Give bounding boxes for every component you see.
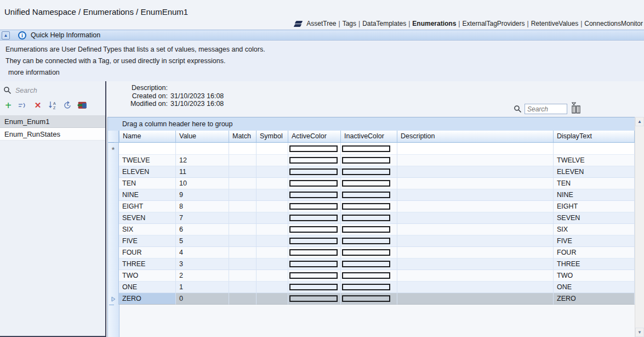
cell-displaytext[interactable]: ONE xyxy=(554,282,635,293)
active-color-swatch[interactable] xyxy=(289,145,338,152)
inactive-color-swatch[interactable] xyxy=(342,203,390,210)
cell-symbol[interactable] xyxy=(257,201,288,212)
cell-value[interactable]: 10 xyxy=(176,178,229,189)
grid-row[interactable]: ZERO 0 ZERO xyxy=(108,293,635,305)
cell-activecolor[interactable] xyxy=(288,178,341,189)
cell-value[interactable]: 5 xyxy=(176,235,229,247)
active-color-swatch[interactable] xyxy=(289,203,338,210)
inactive-color-swatch[interactable] xyxy=(342,284,390,290)
column-header-name[interactable]: Name xyxy=(119,131,176,142)
grid-row[interactable]: TWO 2 TWO xyxy=(108,270,635,282)
cell-symbol[interactable] xyxy=(257,143,288,155)
scroll-down-button[interactable]: ▼ xyxy=(635,328,644,337)
row-header[interactable] xyxy=(108,247,119,259)
row-header[interactable] xyxy=(108,166,119,178)
nav-assettree[interactable]: AssetTree xyxy=(306,20,336,27)
cell-activecolor[interactable] xyxy=(288,235,341,247)
cell-match[interactable] xyxy=(229,259,257,270)
cell-description[interactable] xyxy=(397,224,554,235)
cell-name[interactable] xyxy=(119,143,176,155)
cell-inactivecolor[interactable] xyxy=(341,293,397,305)
cell-inactivecolor[interactable] xyxy=(341,143,397,155)
active-color-swatch[interactable] xyxy=(289,295,338,302)
cell-inactivecolor[interactable] xyxy=(341,155,397,166)
column-header-symbol[interactable]: Symbol xyxy=(257,131,288,142)
cell-match[interactable] xyxy=(229,166,257,178)
cell-activecolor[interactable] xyxy=(288,201,341,212)
active-color-swatch[interactable] xyxy=(289,192,338,198)
row-header[interactable] xyxy=(108,224,119,235)
cell-match[interactable] xyxy=(229,201,257,212)
grid-row[interactable]: FIVE 5 FIVE xyxy=(108,235,635,247)
cell-symbol[interactable] xyxy=(257,189,288,201)
inactive-color-swatch[interactable] xyxy=(342,295,390,302)
cell-activecolor[interactable] xyxy=(288,247,341,259)
column-header-match[interactable]: Match xyxy=(229,131,257,142)
grid-row[interactable]: TWELVE 12 TWELVE xyxy=(108,155,635,166)
row-header[interactable] xyxy=(108,201,119,212)
cell-description[interactable] xyxy=(397,212,554,224)
inactive-color-swatch[interactable] xyxy=(342,249,390,256)
cell-symbol[interactable] xyxy=(257,259,288,270)
row-header[interactable] xyxy=(108,270,119,282)
nav-externaltagproviders[interactable]: ExternalTagProviders xyxy=(462,20,525,27)
cell-activecolor[interactable] xyxy=(288,155,341,166)
inactive-color-swatch[interactable] xyxy=(342,192,390,198)
cell-match[interactable] xyxy=(229,293,257,305)
cell-displaytext[interactable]: SIX xyxy=(554,224,635,235)
cell-match[interactable] xyxy=(229,155,257,166)
cell-displaytext[interactable]: THREE xyxy=(554,259,635,270)
more-information-link[interactable]: more information xyxy=(8,69,60,76)
cell-displaytext[interactable]: SEVEN xyxy=(554,212,635,224)
cell-name[interactable]: ELEVEN xyxy=(119,166,176,178)
cell-description[interactable] xyxy=(397,178,554,189)
new-row[interactable]: * xyxy=(108,143,635,155)
cell-value[interactable]: 1 xyxy=(176,282,229,293)
cell-description[interactable] xyxy=(397,235,554,247)
grid-row[interactable]: THREE 3 THREE xyxy=(108,259,635,270)
inactive-color-swatch[interactable] xyxy=(342,226,390,233)
cell-description[interactable] xyxy=(397,143,554,155)
cell-activecolor[interactable] xyxy=(288,259,341,270)
cell-activecolor[interactable] xyxy=(288,293,341,305)
grid-row[interactable]: SIX 6 SIX xyxy=(108,224,635,235)
cell-inactivecolor[interactable] xyxy=(341,201,397,212)
row-header[interactable] xyxy=(108,259,119,270)
cell-name[interactable]: TEN xyxy=(119,178,176,189)
list-item-enum-runstates[interactable]: Enum_RunStates xyxy=(0,128,105,141)
row-header[interactable] xyxy=(108,189,119,201)
cell-match[interactable] xyxy=(229,224,257,235)
cell-name[interactable]: ZERO xyxy=(119,293,176,305)
sidebar-search[interactable]: Search xyxy=(3,86,37,94)
cell-match[interactable] xyxy=(229,189,257,201)
grid-vertical-scrollbar[interactable]: ▲ ▼ xyxy=(635,117,644,337)
cell-name[interactable]: FIVE xyxy=(119,235,176,247)
column-header-description[interactable]: Description xyxy=(397,131,554,142)
cell-activecolor[interactable] xyxy=(288,224,341,235)
nav-retentivevalues[interactable]: RetentiveValues xyxy=(531,20,579,27)
add-button[interactable]: + xyxy=(3,99,14,111)
cell-description[interactable] xyxy=(397,259,554,270)
active-color-swatch[interactable] xyxy=(289,272,338,279)
cell-value[interactable]: 8 xyxy=(176,201,229,212)
grid-row[interactable]: TEN 10 TEN xyxy=(108,178,635,189)
sort-az-button[interactable]: AZ xyxy=(47,99,58,111)
cell-match[interactable] xyxy=(229,235,257,247)
grid-row[interactable]: EIGHT 8 EIGHT xyxy=(108,201,635,212)
cell-description[interactable] xyxy=(397,293,554,305)
grid-row[interactable]: NINE 9 NINE xyxy=(108,189,635,201)
cell-inactivecolor[interactable] xyxy=(341,235,397,247)
cell-value[interactable]: 9 xyxy=(176,189,229,201)
cell-symbol[interactable] xyxy=(257,224,288,235)
cell-description[interactable] xyxy=(397,201,554,212)
grid-row[interactable]: ELEVEN 11 ELEVEN xyxy=(108,166,635,178)
cell-description[interactable] xyxy=(397,247,554,259)
cell-match[interactable] xyxy=(229,247,257,259)
inactive-color-swatch[interactable] xyxy=(342,272,390,279)
row-header[interactable] xyxy=(108,155,119,166)
cell-symbol[interactable] xyxy=(257,166,288,178)
history-button[interactable] xyxy=(62,99,73,111)
cell-inactivecolor[interactable] xyxy=(341,166,397,178)
cell-value[interactable]: 12 xyxy=(176,155,229,166)
cell-value[interactable]: 0 xyxy=(176,293,229,305)
